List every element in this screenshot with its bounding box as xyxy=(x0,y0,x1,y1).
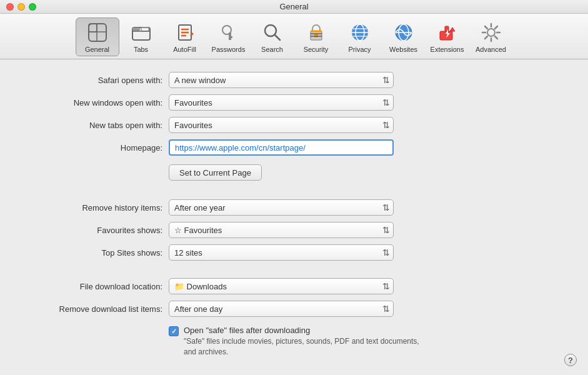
passwords-label: Passwords xyxy=(212,46,246,53)
homepage-control: https://www.apple.com/cn/startpage/ xyxy=(169,139,394,156)
remove-download-label: Remove download list items: xyxy=(25,304,169,314)
homepage-row: Homepage: https://www.apple.com/cn/start… xyxy=(25,139,563,156)
tab-extensions[interactable]: Extensions xyxy=(426,18,469,56)
favourites-shows-row: Favourites shows: ☆ Favourites Bookmarks… xyxy=(25,222,563,238)
tab-security[interactable]: Security xyxy=(294,18,338,56)
search-icon xyxy=(261,21,284,44)
security-label: Security xyxy=(304,46,329,53)
new-tabs-wrapper: Favourites Homepage Empty Page Same Page… xyxy=(169,117,394,133)
remove-download-select[interactable]: After one day After one week Upon succes… xyxy=(169,301,394,317)
search-label: Search xyxy=(261,46,283,53)
svg-rect-15 xyxy=(229,36,232,38)
close-button[interactable] xyxy=(6,3,14,11)
autofill-label: AutoFill xyxy=(173,46,196,53)
minimize-button[interactable] xyxy=(17,3,25,11)
tab-websites[interactable]: Websites xyxy=(382,18,426,56)
new-windows-label: New windows open with: xyxy=(25,98,169,108)
download-location-label: File download location: xyxy=(25,282,169,291)
safari-opens-with-row: Safari opens with: A new window A new pr… xyxy=(25,72,563,88)
toolbar: General Tabs AutoFill xyxy=(0,14,588,59)
privacy-label: Privacy xyxy=(348,46,371,53)
websites-label: Websites xyxy=(389,46,417,53)
new-windows-row: New windows open with: Favourites Homepa… xyxy=(25,94,563,111)
new-tabs-row: New tabs open with: Favourites Homepage … xyxy=(25,117,563,133)
new-windows-control: Favourites Homepage Empty Page Same Page… xyxy=(169,94,394,111)
new-tabs-select[interactable]: Favourites Homepage Empty Page Same Page… xyxy=(169,117,394,133)
tab-general[interactable]: General xyxy=(76,18,119,56)
top-sites-control: 6 sites 12 sites 24 sites ⇅ xyxy=(169,244,394,261)
favourites-shows-wrapper: ☆ Favourites Bookmarks Bar Bookmarks Men… xyxy=(169,222,394,238)
new-tabs-control: Favourites Homepage Empty Page Same Page… xyxy=(169,117,394,133)
new-tabs-label: New tabs open with: xyxy=(25,121,169,130)
open-safe-files-text-block: Open "safe" files after downloading "Saf… xyxy=(184,326,434,358)
remove-download-control: After one day After one week Upon succes… xyxy=(169,301,394,317)
svg-rect-35 xyxy=(445,26,449,31)
remove-history-wrapper: After one day After one week After two w… xyxy=(169,199,394,216)
security-icon xyxy=(304,21,328,44)
advanced-icon xyxy=(479,21,503,44)
safari-opens-with-wrapper: A new window A new private window All wi… xyxy=(169,72,394,88)
title-bar: General xyxy=(0,0,588,14)
maximize-button[interactable] xyxy=(29,3,36,11)
general-label: General xyxy=(85,46,109,53)
set-current-page-container: Set to Current Page xyxy=(169,164,262,181)
tab-search[interactable]: Search xyxy=(251,18,294,56)
settings-content: Safari opens with: A new window A new pr… xyxy=(0,59,588,375)
svg-line-44 xyxy=(495,26,497,29)
autofill-icon xyxy=(173,21,197,44)
top-sites-row: Top Sites shows: 6 sites 12 sites 24 sit… xyxy=(25,244,563,261)
top-sites-select[interactable]: 6 sites 12 sites 24 sites xyxy=(169,244,394,261)
advanced-label: Advanced xyxy=(476,46,506,53)
safari-opens-with-select[interactable]: A new window A new private window All wi… xyxy=(169,72,394,88)
tab-passwords[interactable]: Passwords xyxy=(207,18,251,56)
top-sites-label: Top Sites shows: xyxy=(25,248,169,258)
remove-download-wrapper: After one day After one week Upon succes… xyxy=(169,301,394,317)
help-button[interactable]: ? xyxy=(564,354,577,366)
svg-line-45 xyxy=(485,36,487,39)
set-current-page-button[interactable]: Set to Current Page xyxy=(169,164,262,181)
homepage-label: Homepage: xyxy=(25,143,169,152)
download-location-control: 📁 Downloads Desktop Ask for each downloa… xyxy=(169,278,394,294)
open-safe-files-sublabel: "Safe" files include movies, pictures, s… xyxy=(184,336,434,358)
tabs-label: Tabs xyxy=(134,46,148,53)
svg-line-43 xyxy=(495,36,497,39)
favourites-shows-select[interactable]: ☆ Favourites Bookmarks Bar Bookmarks Men… xyxy=(169,222,394,238)
new-windows-wrapper: Favourites Homepage Empty Page Same Page… xyxy=(169,94,394,111)
download-location-wrapper: 📁 Downloads Desktop Ask for each downloa… xyxy=(169,278,394,294)
new-windows-select[interactable]: Favourites Homepage Empty Page Same Page… xyxy=(169,94,394,111)
download-location-row: File download location: 📁 Downloads Desk… xyxy=(25,278,563,294)
open-safe-files-checkbox[interactable] xyxy=(169,326,179,336)
general-icon xyxy=(86,21,109,44)
svg-rect-0 xyxy=(89,24,106,41)
window-controls[interactable] xyxy=(6,3,36,11)
svg-marker-34 xyxy=(450,28,455,31)
remove-history-label: Remove history items: xyxy=(25,203,169,212)
tab-privacy[interactable]: Privacy xyxy=(338,18,382,56)
remove-download-row: Remove download list items: After one da… xyxy=(25,301,563,317)
svg-rect-20 xyxy=(314,34,318,38)
open-safe-files-row: Open "safe" files after downloading "Saf… xyxy=(169,326,563,358)
svg-line-18 xyxy=(275,35,280,40)
tab-autofill[interactable]: AutoFill xyxy=(163,18,207,56)
extensions-label: Extensions xyxy=(431,46,464,53)
extensions-icon xyxy=(436,21,459,44)
svg-line-42 xyxy=(485,26,487,29)
svg-rect-5 xyxy=(132,28,140,31)
window-title: General xyxy=(279,2,308,11)
safari-opens-with-label: Safari opens with: xyxy=(25,76,169,85)
top-sites-wrapper: 6 sites 12 sites 24 sites ⇅ xyxy=(169,244,394,261)
homepage-input[interactable]: https://www.apple.com/cn/startpage/ xyxy=(169,139,394,156)
favourites-shows-control: ☆ Favourites Bookmarks Bar Bookmarks Men… xyxy=(169,222,394,238)
download-location-select[interactable]: 📁 Downloads Desktop Ask for each downloa… xyxy=(169,278,394,294)
safari-opens-with-control: A new window A new private window All wi… xyxy=(169,72,394,88)
svg-point-37 xyxy=(487,29,495,36)
svg-rect-33 xyxy=(440,31,452,40)
remove-history-select[interactable]: After one day After one week After two w… xyxy=(169,199,394,216)
remove-history-row: Remove history items: After one day Afte… xyxy=(25,199,563,216)
passwords-icon xyxy=(217,21,241,44)
favourites-shows-label: Favourites shows: xyxy=(25,226,169,235)
websites-icon xyxy=(392,21,416,44)
tab-advanced[interactable]: Advanced xyxy=(469,18,513,56)
tab-tabs[interactable]: Tabs xyxy=(119,18,163,56)
tabs-icon xyxy=(129,21,153,44)
